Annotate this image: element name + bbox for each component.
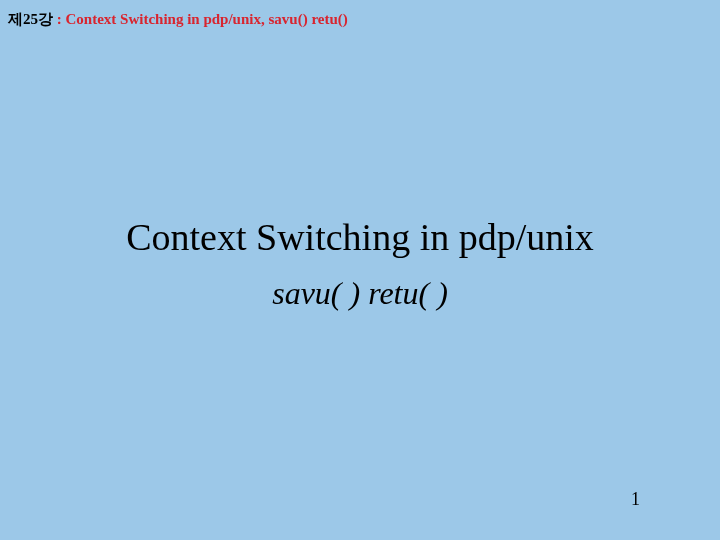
header-separator: :: [53, 11, 66, 27]
page-number: 1: [631, 489, 640, 510]
slide-subtitle: savu( ) retu( ): [0, 275, 720, 312]
slide-title: Context Switching in pdp/unix: [0, 215, 720, 259]
lecture-number: 제25강: [8, 11, 53, 27]
slide-header: 제25강 : Context Switching in pdp/unix, sa…: [8, 10, 348, 29]
header-topic: Context Switching in pdp/unix, savu() re…: [66, 11, 348, 27]
